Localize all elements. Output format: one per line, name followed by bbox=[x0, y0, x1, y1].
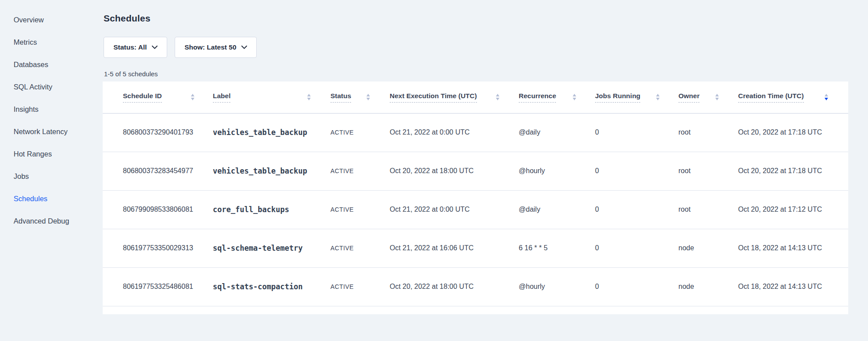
sort-arrows-icon[interactable] bbox=[825, 94, 828, 100]
sidebar-item-schedules[interactable]: Schedules bbox=[0, 188, 104, 210]
column-header-owner[interactable]: Owner bbox=[669, 82, 728, 113]
sort-arrows-icon[interactable] bbox=[307, 94, 311, 100]
column-label: Status bbox=[330, 92, 351, 103]
sidebar-item-overview[interactable]: Overview bbox=[0, 9, 104, 31]
results-count: 1-5 of 5 schedules bbox=[104, 70, 158, 78]
column-label: Jobs Running bbox=[595, 92, 640, 103]
sidebar: Overview Metrics Databases SQL Activity … bbox=[0, 9, 104, 232]
column-header-label[interactable]: Label bbox=[204, 82, 320, 113]
page-title: Schedules bbox=[104, 13, 151, 24]
sidebar-item-sql-activity[interactable]: SQL Activity bbox=[0, 76, 104, 98]
sidebar-item-jobs[interactable]: Jobs bbox=[0, 165, 104, 188]
sort-arrows-icon[interactable] bbox=[191, 94, 194, 100]
chevron-down-icon bbox=[152, 46, 158, 49]
column-label: Schedule ID bbox=[123, 92, 162, 103]
cell-next-execution: Oct 20, 2022 at 18:00 UTC bbox=[380, 152, 509, 190]
sort-arrows-icon[interactable] bbox=[715, 94, 719, 100]
sidebar-item-hot-ranges[interactable]: Hot Ranges bbox=[0, 143, 104, 165]
cell-label: vehicles_table_backup bbox=[204, 113, 320, 152]
cell-owner: root bbox=[669, 113, 728, 152]
cell-owner: node bbox=[669, 229, 728, 267]
cell-creation-time: Oct 20, 2022 at 17:18 UTC bbox=[728, 152, 848, 190]
column-header-next-execution-time[interactable]: Next Execution Time (UTC) bbox=[380, 82, 509, 113]
column-label: Recurrence bbox=[519, 92, 556, 103]
filter-bar: Status: All Show: Latest 50 bbox=[104, 37, 257, 58]
cell-next-execution: Oct 21, 2022 at 0:00 UTC bbox=[380, 190, 509, 229]
cell-creation-time: Oct 20, 2022 at 17:18 UTC bbox=[728, 113, 848, 152]
cell-schedule-id: 806799098533806081 bbox=[103, 190, 204, 229]
cell-status: ACTIVE bbox=[320, 190, 380, 229]
sort-arrows-icon[interactable] bbox=[496, 94, 499, 100]
cell-recurrence: @hourly bbox=[509, 267, 586, 306]
cell-creation-time: Oct 20, 2022 at 17:12 UTC bbox=[728, 190, 848, 229]
cell-next-execution: Oct 21, 2022 at 16:06 UTC bbox=[380, 229, 509, 267]
sidebar-item-advanced-debug[interactable]: Advanced Debug bbox=[0, 210, 104, 232]
column-header-jobs-running[interactable]: Jobs Running bbox=[586, 82, 669, 113]
cell-next-execution: Oct 21, 2022 at 0:00 UTC bbox=[380, 113, 509, 152]
cell-recurrence: 6 16 * * 5 bbox=[509, 229, 586, 267]
sidebar-item-metrics[interactable]: Metrics bbox=[0, 31, 104, 53]
cell-schedule-id: 806800373283454977 bbox=[103, 152, 204, 190]
sort-arrows-icon[interactable] bbox=[656, 94, 660, 100]
show-filter-dropdown[interactable]: Show: Latest 50 bbox=[175, 37, 257, 58]
cell-next-execution: Oct 20, 2022 at 18:00 UTC bbox=[380, 267, 509, 306]
column-header-creation-time[interactable]: Creation Time (UTC) bbox=[728, 82, 848, 113]
cell-jobs-running: 0 bbox=[586, 267, 669, 306]
cell-status: ACTIVE bbox=[320, 113, 380, 152]
cell-recurrence: @daily bbox=[509, 113, 586, 152]
sort-arrows-icon[interactable] bbox=[573, 94, 576, 100]
sort-arrows-icon[interactable] bbox=[366, 94, 370, 100]
cell-creation-time: Oct 18, 2022 at 14:13 UTC bbox=[728, 229, 848, 267]
column-label: Owner bbox=[678, 92, 699, 103]
sidebar-item-network-latency[interactable]: Network Latency bbox=[0, 121, 104, 143]
cell-owner: root bbox=[669, 152, 728, 190]
cell-recurrence: @daily bbox=[509, 190, 586, 229]
cell-label: sql-schema-telemetry bbox=[204, 229, 320, 267]
column-label: Creation Time (UTC) bbox=[738, 92, 804, 103]
cell-schedule-id: 806197753325486081 bbox=[103, 267, 204, 306]
show-filter-label: Show: Latest 50 bbox=[185, 43, 237, 51]
status-filter-dropdown[interactable]: Status: All bbox=[104, 37, 167, 58]
cell-schedule-id: 806800373290401793 bbox=[103, 113, 204, 152]
cell-label: core_full_backups bbox=[204, 190, 320, 229]
table-row[interactable]: 806800373283454977 vehicles_table_backup… bbox=[103, 152, 848, 190]
cell-jobs-running: 0 bbox=[586, 113, 669, 152]
cell-jobs-running: 0 bbox=[586, 229, 669, 267]
table-row[interactable]: 806799098533806081 core_full_backups ACT… bbox=[103, 190, 848, 229]
cell-owner: node bbox=[669, 267, 728, 306]
column-header-status[interactable]: Status bbox=[320, 82, 380, 113]
cell-creation-time: Oct 18, 2022 at 14:13 UTC bbox=[728, 267, 848, 306]
cell-jobs-running: 0 bbox=[586, 190, 669, 229]
table-row[interactable]: 806197753350029313 sql-schema-telemetry … bbox=[103, 229, 848, 267]
table-row[interactable]: 806197753325486081 sql-stats-compaction … bbox=[103, 267, 848, 306]
chevron-down-icon bbox=[241, 46, 247, 49]
cell-status: ACTIVE bbox=[320, 229, 380, 267]
cell-jobs-running: 0 bbox=[586, 152, 669, 190]
sidebar-item-databases[interactable]: Databases bbox=[0, 53, 104, 76]
table-row[interactable]: 806800373290401793 vehicles_table_backup… bbox=[103, 113, 848, 152]
schedules-table: Schedule ID Label Status Next Execution … bbox=[103, 82, 848, 306]
status-filter-label: Status: All bbox=[113, 43, 147, 51]
schedules-table-card: Schedule ID Label Status Next Execution … bbox=[103, 82, 848, 314]
cell-owner: root bbox=[669, 190, 728, 229]
cell-status: ACTIVE bbox=[320, 152, 380, 190]
cell-status: ACTIVE bbox=[320, 267, 380, 306]
column-header-recurrence[interactable]: Recurrence bbox=[509, 82, 586, 113]
table-header-row: Schedule ID Label Status Next Execution … bbox=[103, 82, 848, 113]
column-label: Next Execution Time (UTC) bbox=[390, 92, 477, 103]
column-header-schedule-id[interactable]: Schedule ID bbox=[103, 82, 204, 113]
cell-label: sql-stats-compaction bbox=[204, 267, 320, 306]
sidebar-item-insights[interactable]: Insights bbox=[0, 98, 104, 121]
cell-schedule-id: 806197753350029313 bbox=[103, 229, 204, 267]
cell-label: vehicles_table_backup bbox=[204, 152, 320, 190]
cell-recurrence: @hourly bbox=[509, 152, 586, 190]
column-label: Label bbox=[213, 92, 230, 103]
